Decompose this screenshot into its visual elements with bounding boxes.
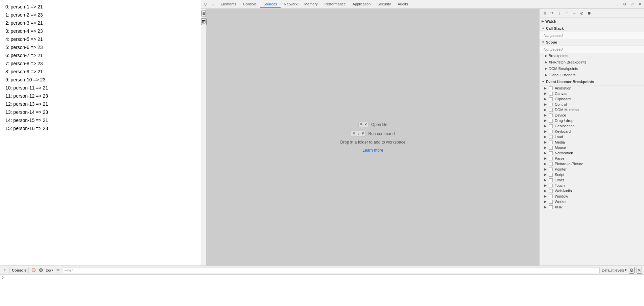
global-listeners-section-header[interactable]: ▶ Global Listeners <box>540 72 644 78</box>
pause-on-exceptions-btn[interactable]: ⏺ <box>586 10 592 16</box>
tab-application[interactable]: Application <box>349 1 374 8</box>
tab-sources[interactable]: Sources <box>260 1 280 8</box>
elb-checkbox[interactable] <box>549 168 553 171</box>
event-listener-item-webaudio[interactable]: ▶ WebAudio <box>540 188 644 194</box>
dom-breakpoints-section-header[interactable]: ▶ DOM Breakpoints <box>540 66 644 72</box>
event-listener-item-keyboard[interactable]: ▶ Keyboard <box>540 129 644 134</box>
event-listener-item-touch[interactable]: ▶ Touch <box>540 183 644 188</box>
console-settings-icon[interactable]: ⚙ <box>629 267 635 274</box>
elb-checkbox[interactable] <box>549 103 553 106</box>
tab-memory[interactable]: Memory <box>301 1 321 8</box>
elb-checkbox[interactable] <box>549 173 553 177</box>
console-levels-btn[interactable]: Default levels ▾ <box>602 268 627 272</box>
elb-checkbox[interactable] <box>549 135 553 139</box>
step-btn[interactable]: → <box>571 10 577 16</box>
event-listener-item-pointer[interactable]: ▶ Pointer <box>540 167 644 172</box>
elb-checkbox[interactable] <box>549 189 553 193</box>
elb-checkbox[interactable] <box>549 157 553 160</box>
tab-console[interactable]: Console <box>240 1 260 8</box>
dock-icon[interactable]: ⤢ <box>629 1 635 7</box>
scope-section-header[interactable]: ▼ Scope <box>540 39 644 46</box>
elb-checkbox[interactable] <box>549 146 553 150</box>
inspect-icon[interactable]: ⬡ <box>202 1 209 7</box>
console-filter-input[interactable] <box>63 267 600 273</box>
settings-icon[interactable]: ⚙ <box>622 1 628 7</box>
elb-label: Clipboard <box>555 97 571 101</box>
event-listener-item-drag-drop[interactable]: ▶ Drag / drop <box>540 118 644 123</box>
event-listener-item-animation[interactable]: ▶ Animation <box>540 85 644 91</box>
event-listener-item-timer[interactable]: ▶ Timer <box>540 177 644 183</box>
elb-checkbox[interactable] <box>549 151 553 155</box>
step-out-btn[interactable]: ↑ <box>564 10 570 16</box>
tab-elements[interactable]: Elements <box>217 1 240 8</box>
elb-checkbox[interactable] <box>549 97 553 101</box>
event-listener-section-header[interactable]: ▼ Event Listener Breakpoints <box>540 78 644 85</box>
console-clear-icon[interactable]: 🚫 <box>31 267 36 273</box>
event-listener-item-notification[interactable]: ▶ Notification <box>540 150 644 156</box>
event-listener-item-mouse[interactable]: ▶ Mouse <box>540 145 644 150</box>
elb-checkbox[interactable] <box>549 113 553 117</box>
tab-performance[interactable]: Performance <box>321 1 349 8</box>
more-tabs-icon[interactable]: ⋮ <box>614 1 620 7</box>
elb-checkbox[interactable] <box>549 119 553 123</box>
console-close-icon[interactable]: ✕ <box>637 267 642 274</box>
event-listener-arrow-icon: ▼ <box>542 80 545 83</box>
elb-checkbox[interactable] <box>549 92 553 96</box>
elb-checkbox[interactable] <box>549 162 553 166</box>
pause-resume-btn[interactable]: ⏸ <box>542 10 548 16</box>
console-eye-icon[interactable]: 👁 <box>55 267 61 273</box>
console-filter-icon[interactable]: 🔘 <box>38 267 44 273</box>
close-devtools-icon[interactable]: ✕ <box>637 1 643 7</box>
elb-arrow-icon: ▶ <box>544 189 548 193</box>
console-sidebar-icon[interactable]: ≡ <box>2 267 7 273</box>
step-over-btn[interactable]: ↷ <box>549 10 555 16</box>
event-listener-item-window[interactable]: ▶ Window <box>540 194 644 199</box>
list-item: 9: person-10 => 23 <box>5 76 195 84</box>
elb-checkbox[interactable] <box>549 178 553 182</box>
event-listener-item-media[interactable]: ▶ Media <box>540 139 644 145</box>
event-listener-item-geolocation[interactable]: ▶ Geolocation <box>540 123 644 129</box>
list-item: 5: person-6 => 23 <box>5 43 195 51</box>
tab-network[interactable]: Network <box>281 1 301 8</box>
watch-arrow-icon: ▶ <box>542 20 544 23</box>
event-listener-item-device[interactable]: ▶ Device <box>540 112 644 118</box>
breakpoints-section-header[interactable]: ▶ Breakpoints <box>540 53 644 59</box>
elb-arrow-icon: ▶ <box>544 168 548 171</box>
sidebar-toggle-icon[interactable]: ≡ <box>201 10 206 17</box>
elb-checkbox[interactable] <box>549 108 553 112</box>
elb-checkbox[interactable] <box>549 205 553 209</box>
event-listener-item-picture-in-picture[interactable]: ▶ Picture-in-Picture <box>540 161 644 167</box>
event-listener-item-parse[interactable]: ▶ Parse <box>540 156 644 161</box>
event-listener-item-script[interactable]: ▶ Script <box>540 172 644 177</box>
tab-audits[interactable]: Audits <box>394 1 411 8</box>
elb-checkbox[interactable] <box>549 184 553 187</box>
event-listener-item-worker[interactable]: ▶ Worker <box>540 199 644 204</box>
elb-label: DOM Mutation <box>555 108 579 112</box>
sidebar-panel-icon[interactable]: ⊞ <box>201 18 207 25</box>
call-stack-section-header[interactable]: ▼ Call Stack <box>540 25 644 32</box>
event-listener-item-load[interactable]: ▶ Load <box>540 134 644 139</box>
event-listener-item-control[interactable]: ▶ Control <box>540 102 644 107</box>
event-listener-item-canvas[interactable]: ▶ Canvas <box>540 91 644 96</box>
elb-checkbox[interactable] <box>549 141 553 144</box>
elb-checkbox[interactable] <box>549 130 553 133</box>
elb-arrow-icon: ▶ <box>544 173 548 176</box>
elb-checkbox[interactable] <box>549 200 553 204</box>
learn-more-link[interactable]: Learn more <box>362 148 383 153</box>
elb-checkbox[interactable] <box>549 195 553 198</box>
open-file-label: Open file <box>371 122 387 127</box>
devtools-left-icons: ⬡ ▭ <box>202 1 215 7</box>
watch-section-header[interactable]: ▶ Watch <box>540 18 644 25</box>
step-into-btn[interactable]: ↓ <box>556 10 563 16</box>
elb-checkbox[interactable] <box>549 124 553 128</box>
tab-security[interactable]: Security <box>374 1 394 8</box>
elb-checkbox[interactable] <box>549 86 553 90</box>
deactivate-breakpoints-btn[interactable]: ⊘ <box>579 10 585 16</box>
event-listener-item-xhr[interactable]: ▶ XHR <box>540 204 644 210</box>
open-file-shortcut: ⌘ P <box>358 122 368 127</box>
event-listener-item-dom-mutation[interactable]: ▶ DOM Mutation <box>540 107 644 112</box>
xhr-breakpoints-section-header[interactable]: ▶ XHR/fetch Breakpoints <box>540 59 644 66</box>
device-icon[interactable]: ▭ <box>209 1 215 7</box>
event-listener-item-clipboard[interactable]: ▶ Clipboard <box>540 96 644 102</box>
call-stack-content: Not paused <box>540 32 644 39</box>
